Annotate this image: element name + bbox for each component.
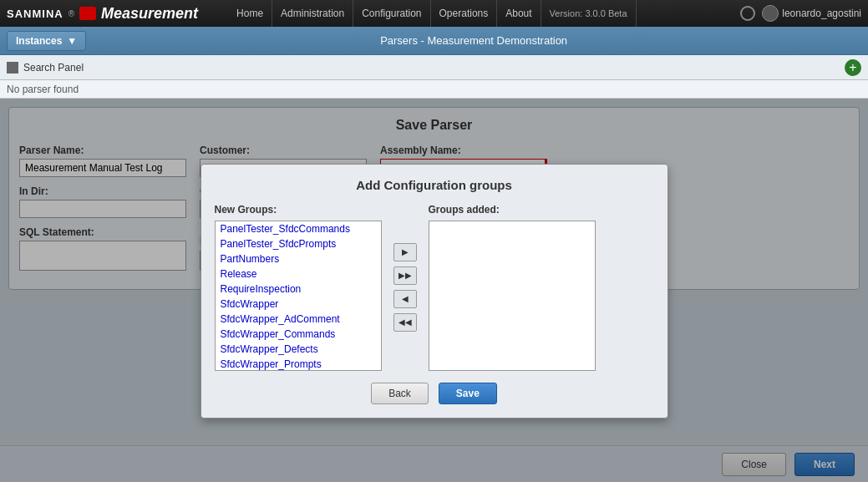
dialog-title: Add Configuration groups [215,178,654,192]
list-item[interactable]: SfdcWrapper_Prompts [216,357,381,371]
list-item[interactable]: PartNumbers [216,251,381,266]
power-icon[interactable] [740,6,755,21]
list-item[interactable]: SfdcWrapper_Defects [216,342,381,357]
dialog-footer: Back Save [215,383,654,404]
no-parser-text: No parser found [7,84,79,95]
username: leonardo_agostini [782,8,861,19]
add-one-button[interactable]: ▶ [393,243,417,261]
transfer-buttons: ▶ ▶▶ ◀ ◀◀ [390,243,420,332]
add-parser-button[interactable]: + [845,59,861,76]
dialog-columns: New Groups: PanelTester_SfdcCommandsPane… [215,204,654,371]
trademark: ® [69,9,74,18]
list-item[interactable]: PanelTester_SfdcPrompts [216,236,381,251]
search-panel-label: Search Panel [23,62,84,74]
main-content: Save Parser Parser Name: Customer: Assem… [0,99,868,482]
user-area: leonardo_agostini [762,5,861,22]
page-title: Parsers - Measurement Demonstration [86,34,861,47]
nav-links: Home Administration Configuration Operat… [228,0,740,27]
grid-icon [7,62,18,74]
no-parser-message: No parser found [0,80,868,99]
product-title: Measurement [101,5,198,23]
nav-home[interactable]: Home [228,0,272,27]
list-item[interactable]: PanelTester_SfdcCommands [216,221,381,236]
list-item[interactable]: SfdcWrapper_Commands [216,327,381,342]
add-config-dialog: Add Configuration groups New Groups: Pan… [201,164,668,419]
remove-all-button[interactable]: ◀◀ [393,313,417,332]
groups-added-column: Groups added: [429,204,596,371]
save-button[interactable]: Save [439,383,497,404]
nav-operations[interactable]: Operations [431,0,498,27]
search-panel-title-area: Search Panel [7,62,84,74]
list-item[interactable]: SfdcWrapper_AdComment [216,312,381,327]
nav-configuration[interactable]: Configuration [353,0,430,27]
user-avatar-icon [762,5,779,22]
instances-dropdown-icon: ▼ [67,35,77,47]
back-button[interactable]: Back [371,383,429,404]
new-groups-label: New Groups: [215,204,382,216]
navbar-right: leonardo_agostini [740,5,861,22]
instances-label: Instances [16,35,62,47]
nav-administration[interactable]: Administration [272,0,353,27]
dialog-overlay: Add Configuration groups New Groups: Pan… [0,99,868,482]
remove-one-button[interactable]: ◀ [393,290,417,308]
search-panel: Search Panel + [0,55,868,80]
groups-added-label: Groups added: [429,204,596,216]
list-item[interactable]: Release [216,266,381,282]
list-item[interactable]: RequireInspection [216,282,381,297]
new-groups-list[interactable]: PanelTester_SfdcCommandsPanelTester_Sfdc… [215,221,382,371]
navbar: SANMINA ® Measurement Home Administratio… [0,0,868,27]
instances-bar: Instances ▼ Parsers - Measurement Demons… [0,27,868,55]
nav-version: Version: 3.0.0 Beta [541,0,637,27]
nav-about[interactable]: About [497,0,541,27]
brand-area: SANMINA ® Measurement [7,5,215,23]
groups-added-list[interactable] [429,221,596,371]
add-all-button[interactable]: ▶▶ [393,266,417,285]
new-groups-column: New Groups: PanelTester_SfdcCommandsPane… [215,204,382,371]
sanmina-brand: SANMINA [7,8,63,20]
sanmina-logo-icon [79,7,96,20]
list-item[interactable]: SfdcWrapper [216,297,381,312]
instances-button[interactable]: Instances ▼ [7,31,86,51]
